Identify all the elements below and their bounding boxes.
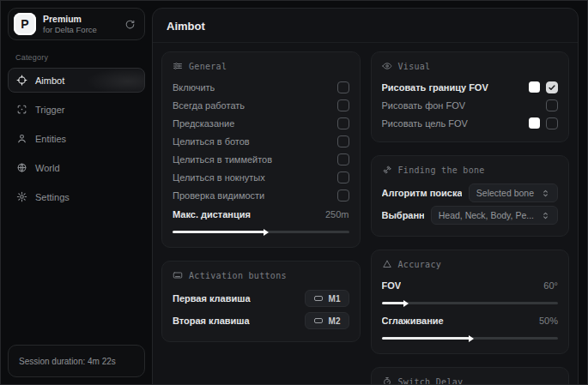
general-card: General Включить Всегда работать Предска… (161, 51, 361, 248)
smoothing-slider-group: Сглаживание 50% (382, 311, 559, 340)
first-key-button[interactable]: M1 (305, 290, 349, 307)
toggle-row-enable: Включить (173, 78, 349, 96)
fov-slider-label: FOV (382, 280, 402, 291)
app-window: P Premium for Delta Force Category Aimbo… (0, 0, 588, 385)
fov-background-checkbox[interactable] (546, 99, 558, 111)
accuracy-card-title: Accuracy (398, 260, 442, 269)
category-label: Category (15, 53, 145, 62)
sidebar-item-aimbot[interactable]: Aimbot (8, 68, 145, 93)
target-knocked-checkbox[interactable] (337, 171, 349, 183)
toggle-label: Включить (173, 82, 215, 93)
fov-border-label: Рисовать границу FOV (382, 82, 488, 93)
brand-card: P Premium for Delta Force (8, 8, 145, 40)
second-key-row: Вторая клавиша M2 (173, 310, 349, 332)
fov-target-checkbox[interactable] (546, 117, 558, 129)
fov-slider[interactable] (382, 302, 559, 304)
eye-icon (382, 61, 392, 71)
mouse-icon (313, 293, 324, 304)
switch-delay-card: Switch Delay Задержка переключения Задер… (371, 367, 570, 385)
smoothing-slider-label: Сглаживание (382, 316, 444, 326)
brand-text: Premium for Delta Force (43, 14, 97, 35)
activation-card-title: Activation buttons (189, 271, 287, 280)
toggle-label: Предсказание (173, 118, 234, 129)
content: General Включить Всегда работать Предска… (153, 43, 578, 385)
right-column: Visual Рисовать границу FOV (371, 51, 570, 385)
toggle-row-always-work: Всегда работать (173, 96, 349, 114)
toggle-label: Целиться в ботов (173, 136, 250, 147)
refresh-icon[interactable] (124, 19, 136, 30)
second-key-value: M2 (329, 316, 341, 326)
bone-algorithm-dropdown[interactable]: Selected bone (469, 183, 558, 202)
selected-bones-value: Head, Neck, Body, Pe... (439, 210, 534, 220)
bone-algorithm-value: Selected bone (476, 188, 534, 198)
max-distance-label: Макс. дистанция (173, 209, 251, 220)
accuracy-card: Accuracy FOV 60° Сглаживание (371, 250, 570, 354)
visual-card: Visual Рисовать границу FOV (371, 51, 570, 142)
bone-algorithm-row: Алгоритм поиска кости Selected bone (382, 182, 559, 204)
sidebar-item-world[interactable]: World (8, 155, 145, 180)
finding-bone-card: Finding the bone Алгоритм поиска кости S… (371, 155, 570, 237)
keyboard-icon (173, 270, 183, 280)
sidebar-item-entities[interactable]: Entities (8, 126, 145, 151)
max-distance-slider[interactable] (173, 231, 349, 233)
toggle-row-target-teammates: Целиться в тиммейтов (173, 150, 349, 168)
fov-border-row: Рисовать границу FOV (382, 78, 559, 96)
gear-icon (16, 191, 27, 202)
first-key-row: Первая клавиша M1 (173, 287, 349, 310)
sidebar-item-trigger[interactable]: Trigger (8, 97, 145, 122)
selected-bones-dropdown[interactable]: Head, Neck, Body, Pe... (431, 206, 558, 225)
session-duration-card: Session duration: 4m 22s (8, 345, 145, 377)
fov-target-color-swatch[interactable] (529, 117, 540, 129)
sidebar-item-settings[interactable]: Settings (8, 184, 145, 209)
triangle-icon (382, 259, 392, 269)
target-bots-checkbox[interactable] (337, 135, 349, 147)
mouse-icon (313, 316, 324, 326)
always-work-checkbox[interactable] (337, 99, 349, 111)
brand-subtitle: for Delta Force (43, 25, 97, 35)
second-key-label: Вторая клавиша (173, 316, 250, 326)
world-icon (16, 162, 27, 173)
bone-icon (382, 165, 392, 175)
fov-slider-group: FOV 60° (382, 276, 559, 304)
crosshair-icon (16, 75, 27, 86)
timer-icon (382, 376, 392, 385)
visual-card-title: Visual (398, 62, 431, 71)
finding-bone-card-title: Finding the bone (398, 165, 485, 175)
entities-icon (16, 133, 27, 144)
toggle-label: Всегда работать (173, 100, 245, 111)
prediction-checkbox[interactable] (337, 117, 349, 129)
smoothing-slider[interactable] (382, 337, 559, 340)
enable-checkbox[interactable] (337, 81, 349, 93)
max-distance-slider-group: Макс. дистанция 250m (173, 205, 349, 233)
first-key-label: Первая клавиша (173, 293, 251, 304)
general-card-title: General (189, 62, 227, 71)
toggle-row-visibility-check: Проверка видимости (173, 186, 349, 204)
sidebar-item-label: Trigger (35, 105, 64, 115)
fov-target-row: Рисовать цель FOV (382, 114, 559, 132)
sidebar-item-label: World (35, 163, 60, 173)
selected-bones-label: Выбранные кости (382, 210, 424, 220)
left-column: General Включить Всегда работать Предска… (161, 51, 361, 342)
activation-buttons-card: Activation buttons Первая клавиша M1 (161, 261, 361, 342)
sidebar-nav: Aimbot Trigger Entities (8, 68, 145, 209)
fov-border-color-swatch[interactable] (529, 81, 540, 93)
sidebar-item-label: Aimbot (35, 75, 64, 86)
bone-algorithm-label: Алгоритм поиска кости (382, 188, 462, 198)
chevron-up-down-icon (541, 189, 550, 198)
page-title: Aimbot (153, 9, 578, 43)
first-key-value: M1 (329, 294, 341, 304)
toggle-row-prediction: Предсказание (173, 114, 349, 132)
chevron-up-down-icon (541, 211, 550, 220)
selected-bones-row: Выбранные кости Head, Neck, Body, Pe... (382, 204, 559, 226)
brand-logo: P (14, 13, 36, 35)
visibility-check-checkbox[interactable] (337, 189, 349, 202)
fov-background-row: Рисовать фон FOV (382, 96, 559, 114)
fov-background-label: Рисовать фон FOV (382, 100, 466, 111)
brand-title: Premium (43, 14, 97, 25)
sidebar-item-label: Settings (35, 192, 70, 202)
fov-border-checkbox[interactable] (546, 81, 558, 93)
max-distance-value: 250m (325, 209, 349, 220)
second-key-button[interactable]: M2 (305, 312, 349, 329)
target-teammates-checkbox[interactable] (337, 153, 349, 165)
sliders-icon (173, 61, 183, 71)
